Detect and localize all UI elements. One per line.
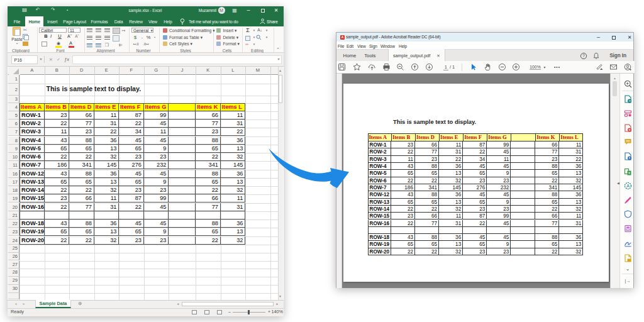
svg-text:A: A xyxy=(626,184,630,188)
svg-text:?: ? xyxy=(582,53,585,58)
